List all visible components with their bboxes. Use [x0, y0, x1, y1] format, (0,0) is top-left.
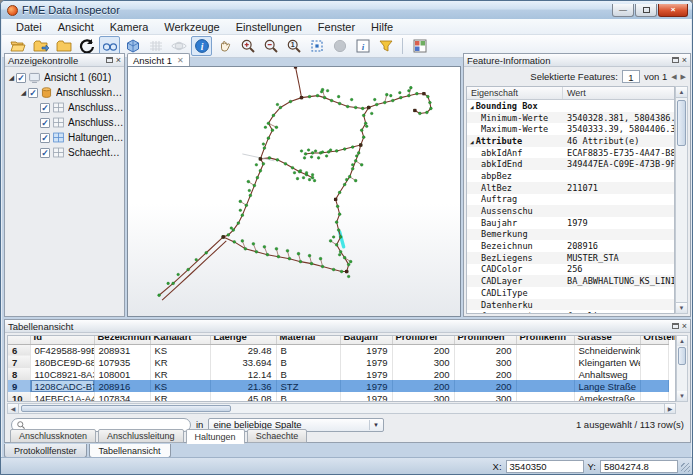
data-table-viewport[interactable]: IdBezeichnunKanalartLaengeMaterialBaujah…: [7, 335, 676, 402]
selected-feature-index-input[interactable]: 1: [622, 70, 640, 83]
cell-laenge[interactable]: 12.14: [210, 368, 276, 380]
tab-anschlussknoten[interactable]: Anschlussknoten: [10, 429, 96, 443]
column-header-material[interactable]: Material: [276, 335, 340, 344]
next-feature-button[interactable]: ▶: [681, 73, 686, 81]
property-row-attribute[interactable]: ◢Attribute46 Attribut(e): [467, 135, 674, 147]
cell-material[interactable]: B: [276, 356, 340, 368]
menu-ansicht[interactable]: Ansicht: [50, 20, 102, 34]
visibility-checkbox[interactable]: ✓: [40, 148, 50, 158]
cell-bezeichnun[interactable]: 108001: [94, 368, 150, 380]
scroll-up-icon[interactable]: ▲: [677, 336, 687, 346]
cell-baujahr[interactable]: 1979: [340, 356, 392, 368]
tree-item-haltungen-113[interactable]: ✓Haltungen (113): [5, 130, 124, 145]
cell-laenge[interactable]: 45.08: [210, 392, 276, 402]
cell-kanalart[interactable]: KS: [150, 380, 210, 392]
table-row-6[interactable]: 60F429588-99B1-...208931KS29.48B19792002…: [8, 344, 668, 356]
cell-kanalart[interactable]: KR: [150, 356, 210, 368]
cell-profilhoeh[interactable]: 200: [454, 368, 516, 380]
cell-ortsteil[interactable]: [640, 344, 668, 356]
scroll-down-icon[interactable]: ▼: [676, 302, 687, 313]
cell-profilhoeh[interactable]: 200: [454, 380, 516, 392]
menu-einstellungen[interactable]: Einstellungen: [228, 20, 310, 34]
cell-profilhoeh[interactable]: 300: [454, 356, 516, 368]
property-row-baujahr[interactable]: Baujahr1979: [467, 217, 674, 229]
column-header-ortsteil[interactable]: Ortsteil: [640, 335, 668, 344]
float-panel-icon[interactable]: [672, 323, 679, 329]
cell-bezeichnun[interactable]: 107935: [94, 356, 150, 368]
cell-laenge[interactable]: 21.36: [210, 380, 276, 392]
property-row-bemerkung[interactable]: Bemerkung: [467, 229, 674, 241]
cell-material[interactable]: B: [276, 368, 340, 380]
menu-kamera[interactable]: Kamera: [102, 20, 157, 34]
property-row-abkidanf[interactable]: abkIdAnfECAF8835-E735-4A47-B895-1...: [467, 147, 674, 159]
minimize-button[interactable]: —: [612, 4, 634, 17]
resize-grip[interactable]: [681, 463, 690, 472]
property-row-bounding-box[interactable]: ◢Bounding Box: [467, 100, 674, 112]
expander-icon[interactable]: ◢: [19, 89, 28, 97]
property-row-cadlayer[interactable]: CADLayerBA_ABWHALTUNG_KS_LINIE: [467, 275, 674, 287]
row-number[interactable]: 10: [8, 392, 30, 402]
tab-haltungen[interactable]: Haltungen: [186, 429, 245, 444]
property-row-bezeichnun[interactable]: Bezeichnun208916: [467, 240, 674, 252]
cell-id[interactable]: 180BCE9D-68A...: [30, 356, 94, 368]
tab-schaechte[interactable]: Schaechte: [247, 429, 308, 443]
cell-profilhoeh[interactable]: 200: [454, 344, 516, 356]
cell-profilbrei[interactable]: 200: [392, 368, 454, 380]
property-row-altbez[interactable]: AltBez211071: [467, 182, 674, 194]
cell-profilbrei[interactable]: 300: [392, 392, 454, 402]
expander-icon[interactable]: ◢: [7, 74, 16, 82]
column-header-bezeichnun[interactable]: Bezeichnun: [94, 335, 150, 344]
close-panel-icon[interactable]: ×: [682, 323, 687, 330]
float-panel-icon[interactable]: [672, 57, 679, 63]
property-row-abpbez[interactable]: abpBez: [467, 170, 674, 182]
row-number[interactable]: 7: [8, 356, 30, 368]
window-tab-tabellenansicht[interactable]: Tabellenansicht: [89, 444, 171, 458]
property-row-minimum-werte[interactable]: Minimum-Werte3540328.381, 5804386.635: [467, 112, 674, 124]
scrollbar-thumb[interactable]: [678, 347, 686, 365]
close-panel-icon[interactable]: ×: [682, 57, 687, 64]
cell-strasse[interactable]: Anhaltsweg: [574, 368, 640, 380]
column-header-baujahr[interactable]: Baujahr: [340, 335, 392, 344]
close-panel-icon[interactable]: ×: [116, 57, 121, 64]
map-canvas[interactable]: [127, 66, 461, 317]
expander-icon[interactable]: ◢: [470, 103, 474, 110]
cell-strasse[interactable]: Amekestraße: [574, 392, 640, 402]
cell-ortsteil[interactable]: [640, 356, 668, 368]
table-row-8[interactable]: 8110C8921-8A3E...108001KR12.14B197920020…: [8, 368, 668, 380]
property-row-cadlitype[interactable]: CADLiType: [467, 287, 674, 299]
column-header-id[interactable]: Id: [30, 335, 94, 344]
cell-profilkenn[interactable]: [516, 380, 574, 392]
cell-profilbrei[interactable]: 200: [392, 344, 454, 356]
visibility-checkbox[interactable]: ✓: [16, 73, 26, 83]
property-row-abkidend[interactable]: abkIdEnd349447EA-C09E-473B-9F85-0...: [467, 158, 674, 170]
cell-profilkenn[interactable]: [516, 368, 574, 380]
cell-strasse[interactable]: Kleingarten Weg: [574, 356, 640, 368]
cell-kanalart[interactable]: KS: [150, 344, 210, 356]
cell-material[interactable]: B: [276, 392, 340, 402]
cell-profilkenn[interactable]: [516, 344, 574, 356]
row-number[interactable]: 9: [8, 380, 30, 392]
tree-item-ansicht-1-601[interactable]: ◢✓Ansicht 1 (601): [5, 70, 124, 85]
cell-id[interactable]: 0F429588-99B1-...: [30, 344, 94, 356]
table-row-10[interactable]: 1014FBFC1A-A43...107834KR45.08B197930030…: [8, 392, 668, 402]
cell-strasse[interactable]: Lange Straße: [574, 380, 640, 392]
scroll-up-icon[interactable]: ▲: [676, 87, 687, 98]
tree-item-schaechte-189[interactable]: ✓Schaechte (189): [5, 145, 124, 160]
column-header-kanalart[interactable]: Kanalart: [150, 335, 210, 344]
tab-ansicht-1[interactable]: Ansicht 1 ✕: [127, 53, 190, 66]
cell-profilhoeh[interactable]: 300: [454, 392, 516, 402]
scroll-right-icon[interactable]: ▶: [664, 404, 675, 413]
menu-fenster[interactable]: Fenster: [310, 20, 363, 34]
cell-profilkenn[interactable]: [516, 392, 574, 402]
table-row-9[interactable]: 91208CADC-B75...208916KS21.36STZ19792002…: [8, 380, 668, 392]
previous-feature-button[interactable]: ◀: [671, 73, 676, 81]
cell-baujahr[interactable]: 1979: [340, 344, 392, 356]
cell-baujahr[interactable]: 1979: [340, 368, 392, 380]
tree-item-anschlussknoten[interactable]: ◢✓Anschlussknoten/...: [5, 85, 124, 100]
cell-id[interactable]: 1208CADC-B75...: [30, 380, 94, 392]
property-row-cadcolor[interactable]: CADColor256: [467, 264, 674, 276]
feature-info-scrollbar[interactable]: ▲ ▼: [675, 86, 688, 314]
float-panel-icon[interactable]: [106, 57, 113, 63]
cell-bezeichnun[interactable]: 107834: [94, 392, 150, 402]
cell-laenge[interactable]: 29.48: [210, 344, 276, 356]
